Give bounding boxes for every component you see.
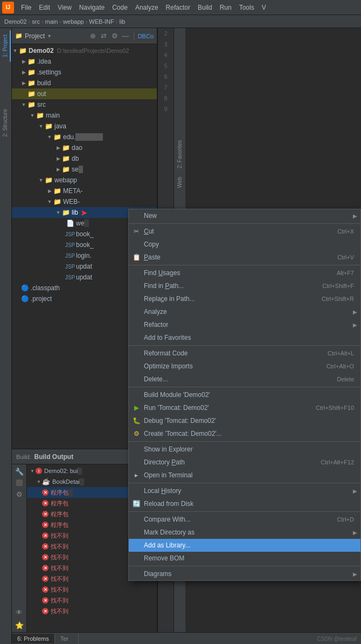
menu-build[interactable]: Build (194, 2, 216, 13)
db-connect-button[interactable]: DBCo (138, 33, 154, 39)
toolbar-settings-icon[interactable]: ⚙ (110, 32, 119, 40)
error-dot: ✕ (42, 511, 48, 517)
tree-item-webapp[interactable]: ▼ 📁 webapp (12, 175, 157, 186)
ctx-compare-with[interactable]: Compare With... Ctrl+D (129, 513, 360, 526)
menu-view[interactable]: View (54, 2, 75, 13)
ctx-find-path[interactable]: Find in Path... Ctrl+Shift+F (129, 279, 360, 292)
breadcrumb-webapp[interactable]: webapp (63, 18, 84, 25)
ctx-replace-path[interactable]: Replace in Path... Ctrl+Shift+R (129, 292, 360, 305)
ctx-label: Local History (144, 487, 354, 495)
breadcrumb-lib[interactable]: lib (119, 18, 125, 25)
build-tool-filter[interactable]: ⚙ (15, 489, 24, 499)
ctx-add-favorites[interactable]: Add to Favorites (129, 331, 360, 344)
menu-navigate[interactable]: Navigate (75, 2, 108, 13)
tree-item-se[interactable]: ▶ 📁 se█ (12, 164, 157, 175)
build-label-static: Build: (16, 454, 31, 460)
ctx-find-usages[interactable]: Find Usages Alt+F7 (129, 266, 360, 279)
toolbar-minimize-icon[interactable]: — (121, 32, 130, 40)
tree-item-meta[interactable]: ▶ 📁 META- (12, 186, 157, 196)
tree-item-idea[interactable]: ▶ 📁 .idea (12, 56, 157, 67)
menu-edit[interactable]: Edit (35, 2, 54, 13)
ctx-label: Diagrams (144, 570, 354, 578)
ctx-cut[interactable]: ✂ Cut Ctrl+X (129, 225, 360, 238)
ctx-dir-path[interactable]: Directory Path Ctrl+Alt+F12 (129, 456, 360, 469)
web-tab[interactable]: Web (175, 173, 184, 192)
tree-item-dao[interactable]: ▶ 📁 dao (12, 142, 157, 153)
menu-file[interactable]: File (17, 2, 35, 13)
ctx-new[interactable]: New ▶ (129, 209, 360, 222)
sidebar-item-structure[interactable]: 2: Structure (1, 105, 11, 141)
sidebar-item-project[interactable]: 1: Project (1, 30, 11, 61)
ctx-arrow: ▶ (353, 571, 357, 577)
tree-item-out[interactable]: 📁 out (12, 88, 157, 99)
tree-item-build[interactable]: ▶ 📁 build (12, 78, 157, 88)
ctx-shortcut: Ctrl+Shift+F (322, 283, 354, 289)
favorites-tab[interactable]: 2: Favorites (175, 136, 184, 173)
ctx-create-tomcat[interactable]: ⚙ Create 'Tomcat: Demo02'... (129, 427, 360, 440)
build-tool-star[interactable]: ⭐ (15, 620, 24, 630)
build-tool-wrench[interactable]: 🔧 (15, 467, 24, 476)
menu-tools[interactable]: Tools (235, 2, 258, 13)
tree-label: .settings (37, 68, 61, 76)
tree-item-edu[interactable]: ▼ 📁 edu.██████ (12, 132, 157, 142)
build-item-error12[interactable]: ✕ 找不到█ (27, 606, 157, 616)
ctx-add-library[interactable]: Add as Library... ← (129, 539, 360, 552)
ctx-build-module[interactable]: Build Module 'Demo02' (129, 388, 360, 401)
tab-problems[interactable]: 6: Problems (12, 634, 55, 643)
menu-vcs[interactable]: V (258, 2, 270, 13)
ctx-label: Add to Favorites (144, 334, 354, 341)
ctx-diagrams[interactable]: Diagrams ▶ (129, 567, 360, 580)
ctx-mark-dir[interactable]: Mark Directory as ▶ (129, 526, 360, 539)
ctx-local-history[interactable]: Local History ▶ (129, 484, 360, 497)
tree-item-db[interactable]: ▶ 📁 db (12, 153, 157, 164)
ctx-reload-disk[interactable]: 🔄 Reload from Disk (129, 497, 360, 510)
build-error-label: 程序包█ (51, 489, 73, 497)
cut-icon: ✂ (132, 227, 141, 236)
toolbar-scroll-icon[interactable]: ⇄ (100, 32, 108, 40)
left-sidebar-tabs: 1: Project 2: Structure (0, 28, 12, 644)
line-8: 8 (158, 93, 173, 104)
ctx-delete[interactable]: Delete... Delete (129, 373, 360, 386)
breadcrumb-webinf[interactable]: WEB-INF (89, 18, 114, 25)
tree-arrow: ▼ (46, 134, 53, 140)
ctx-remove-bom[interactable]: Remove BOM (129, 552, 360, 565)
ctx-analyze[interactable]: Analyze ▶ (129, 305, 360, 318)
breadcrumb-src[interactable]: src (32, 18, 40, 25)
menu-refactor[interactable]: Refactor (162, 2, 194, 13)
build-item-error10[interactable]: ✕ 找不到█ (27, 584, 157, 595)
project-dropdown-arrow[interactable]: ▼ (47, 33, 52, 39)
ctx-debug-tomcat[interactable]: 🐛 Debug 'Tomcat: Demo02' (129, 414, 360, 427)
file-icon-jsp4: JSP (66, 262, 74, 271)
ctx-reformat[interactable]: Reformat Code Ctrl+Alt+L (129, 347, 360, 360)
tree-item-demo02[interactable]: ▼ 📁 Demo02 D:\testleafProjects\Demo02 (12, 45, 157, 56)
ctx-optimize[interactable]: Optimize Imports Ctrl+Alt+O (129, 360, 360, 373)
tree-item-webinf[interactable]: ▼ 📁 WEB- (12, 196, 157, 207)
ctx-open-terminal[interactable]: ▸ Open in Terminal (129, 469, 360, 482)
tree-item-java[interactable]: ▼ 📁 java (12, 121, 157, 132)
folder-icon: 📁 (53, 187, 61, 195)
ctx-show-explorer[interactable]: Show in Explorer (129, 443, 360, 456)
breadcrumb-sep2: › (41, 18, 44, 25)
tree-item-settings[interactable]: ▶ 📁 .settings (12, 67, 157, 78)
menu-analyze[interactable]: Analyze (131, 2, 162, 13)
tree-item-src[interactable]: ▼ 📁 src (12, 99, 157, 110)
project-file-icon: 🔵 (20, 294, 29, 303)
breadcrumb-main[interactable]: main (45, 18, 58, 25)
build-item-error11[interactable]: ✕ 找不到█ (27, 595, 157, 606)
toolbar-target-icon[interactable]: ⊕ (89, 32, 98, 40)
build-tool-eye[interactable]: 👁 (15, 607, 24, 617)
build-tool-square[interactable] (16, 479, 23, 486)
breadcrumb-demo02[interactable]: Demo02 (4, 18, 27, 25)
menu-code[interactable]: Code (108, 2, 131, 13)
ctx-run-tomcat[interactable]: ▶ Run 'Tomcat: Demo02' Ctrl+Shift+F10 (129, 401, 360, 414)
bottom-tabs: 6: Problems Ter█ (12, 632, 361, 644)
tab-terminal[interactable]: Ter█ (55, 634, 79, 643)
run-icon: ▶ (132, 403, 141, 412)
ctx-paste[interactable]: 📋 Paste Ctrl+V (129, 251, 360, 264)
reload-icon: 🔄 (132, 499, 141, 508)
ctx-refactor[interactable]: Refactor ▶ (129, 318, 360, 331)
ctx-copy[interactable]: Copy (129, 238, 360, 251)
tree-item-main[interactable]: ▼ 📁 main (12, 110, 157, 121)
menu-run[interactable]: Run (216, 2, 235, 13)
ctx-label: Mark Directory as (144, 529, 354, 536)
